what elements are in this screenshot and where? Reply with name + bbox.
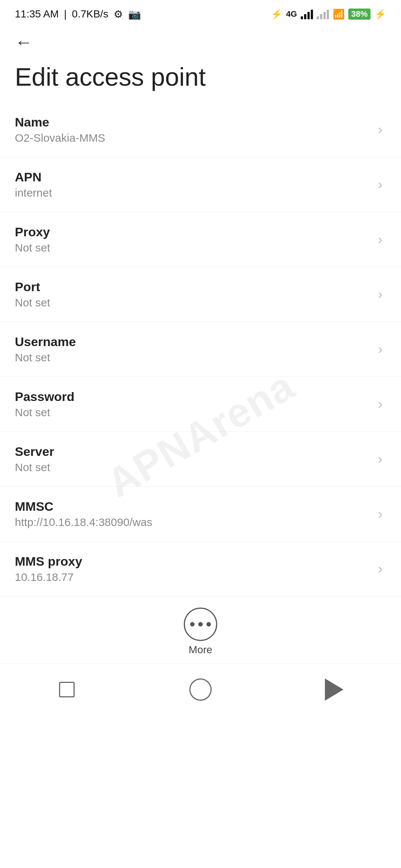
signal-bars-icon (301, 9, 313, 19)
settings-item-label-server: Server (15, 444, 378, 459)
settings-item-label-username: Username (15, 335, 378, 349)
settings-item-apn[interactable]: APN internet › (0, 157, 401, 212)
settings-item-value-password: Not set (15, 406, 378, 419)
settings-item-content-proxy: Proxy Not set (15, 225, 378, 254)
more-button-container: More (0, 596, 401, 663)
chevron-icon-proxy: › (378, 232, 382, 247)
chevron-icon-server: › (378, 451, 382, 467)
settings-item-password[interactable]: Password Not set › (0, 377, 401, 432)
toolbar: ← (0, 26, 401, 55)
chevron-icon-username: › (378, 342, 382, 357)
settings-item-label-proxy: Proxy (15, 225, 378, 239)
status-bar: 11:35 AM | 0.7KB/s ⚙ 📷 ⚡ 4G 📶 38 % ⚡ (0, 0, 401, 26)
charging-icon: ⚡ (374, 9, 386, 20)
page-title: Edit access point (0, 55, 401, 102)
settings-item-label-password: Password (15, 389, 378, 404)
settings-item-content-name: Name O2-Slovakia-MMS (15, 115, 378, 144)
time: 11:35 AM (15, 8, 59, 20)
more-dots-icon (190, 622, 211, 627)
settings-item-port[interactable]: Port Not set › (0, 267, 401, 322)
triangle-icon (325, 678, 343, 701)
settings-item-label-port: Port (15, 280, 378, 294)
chevron-icon-password: › (378, 397, 382, 412)
bottom-nav (0, 663, 401, 719)
more-button[interactable]: More (184, 608, 217, 656)
settings-item-username[interactable]: Username Not set › (0, 322, 401, 377)
chevron-icon-name: › (378, 122, 382, 138)
signal-4g-icon: 4G (286, 9, 297, 19)
settings-item-content-mmsc: MMSC http://10.16.18.4:38090/was (15, 499, 378, 529)
settings-item-proxy[interactable]: Proxy Not set › (0, 212, 401, 267)
settings-item-label-name: Name (15, 115, 378, 129)
settings-item-mms-proxy[interactable]: MMS proxy 10.16.18.77 › (0, 542, 401, 596)
more-label: More (189, 644, 212, 656)
settings-item-content-username: Username Not set (15, 335, 378, 364)
settings-item-content-server: Server Not set (15, 444, 378, 474)
settings-item-mmsc[interactable]: MMSC http://10.16.18.4:38090/was › (0, 487, 401, 542)
bluetooth-icon: ⚡ (271, 9, 283, 20)
settings-item-label-mms-proxy: MMS proxy (15, 554, 378, 569)
battery-icon: 38 % (348, 9, 371, 20)
settings-item-server[interactable]: Server Not set › (0, 432, 401, 487)
settings-item-label-apn: APN (15, 170, 378, 184)
signal-bars2-icon (317, 9, 329, 19)
settings-item-value-username: Not set (15, 351, 378, 364)
circle-icon (189, 678, 212, 701)
settings-item-value-mms-proxy: 10.16.18.77 (15, 571, 378, 583)
square-icon (59, 682, 75, 697)
settings-item-value-proxy: Not set (15, 241, 378, 254)
settings-item-content-password: Password Not set (15, 389, 378, 419)
nav-recents-button[interactable] (52, 675, 82, 704)
chevron-icon-apn: › (378, 177, 382, 193)
status-right: ⚡ 4G 📶 38 % ⚡ (271, 9, 386, 20)
nav-back-button[interactable] (319, 675, 349, 704)
status-left: 11:35 AM | 0.7KB/s ⚙ 📷 (15, 8, 141, 20)
settings-item-value-name: O2-Slovakia-MMS (15, 132, 378, 144)
back-button[interactable]: ← (15, 33, 33, 51)
chevron-icon-mmsc: › (378, 506, 382, 522)
settings-item-content-port: Port Not set (15, 280, 378, 309)
nav-home-button[interactable] (186, 675, 215, 704)
settings-item-value-mmsc: http://10.16.18.4:38090/was (15, 516, 378, 529)
settings-item-content-mms-proxy: MMS proxy 10.16.18.77 (15, 554, 378, 583)
settings-icon: ⚙ (114, 8, 123, 20)
settings-item-label-mmsc: MMSC (15, 499, 378, 514)
settings-item-value-port: Not set (15, 296, 378, 309)
settings-item-name[interactable]: Name O2-Slovakia-MMS › (0, 102, 401, 157)
speed: 0.7KB/s (72, 8, 108, 20)
more-circle-icon (184, 608, 217, 641)
settings-item-content-apn: APN internet (15, 170, 378, 199)
chevron-icon-port: › (378, 287, 382, 302)
settings-item-value-server: Not set (15, 461, 378, 474)
settings-list: Name O2-Slovakia-MMS › APN internet › Pr… (0, 102, 401, 596)
chevron-icon-mms-proxy: › (378, 561, 382, 577)
settings-item-value-apn: internet (15, 187, 378, 199)
camera-icon: 📷 (128, 8, 141, 20)
wifi-icon: 📶 (333, 9, 345, 20)
separator: | (64, 8, 66, 20)
